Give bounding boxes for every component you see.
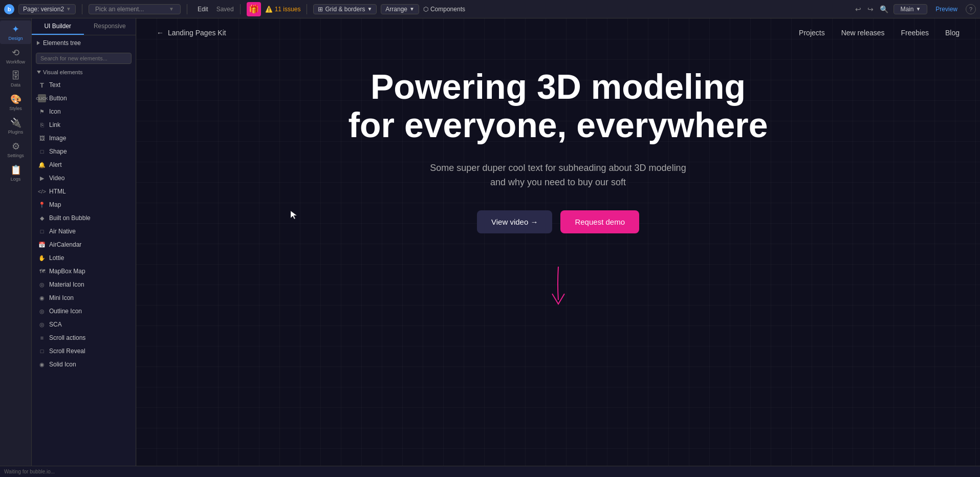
element-item-air-native[interactable]: □Air Native bbox=[32, 225, 136, 238]
element-name-html: HTML bbox=[49, 188, 66, 195]
nav-link-freebies[interactable]: Freebies bbox=[901, 29, 929, 37]
view-video-button[interactable]: View video → bbox=[477, 210, 552, 233]
element-item-html[interactable]: </>HTML bbox=[32, 185, 136, 198]
nav-item-data[interactable]: 🗄 Data bbox=[0, 68, 31, 91]
help-button[interactable]: ? bbox=[966, 4, 976, 14]
arrange-label: Arrange bbox=[385, 6, 407, 13]
components-label: Components bbox=[430, 6, 465, 13]
gift-icon[interactable]: 🎁 bbox=[247, 2, 261, 16]
left-nav: ✦ Design ⟲ Workflow 🗄 Data 🎨 Styles 🔌 Pl… bbox=[0, 18, 32, 477]
pick-element-dropdown[interactable]: Pick an element... ▼ bbox=[89, 4, 181, 14]
element-icon-material-icon: ◎ bbox=[38, 280, 46, 289]
element-name-video: Video bbox=[49, 175, 64, 182]
element-icon-link: ⎘ bbox=[38, 121, 46, 129]
nav-title: Landing Pages Kit bbox=[168, 29, 226, 37]
search-input[interactable] bbox=[36, 53, 132, 64]
nav-item-logs[interactable]: 📋 Logs bbox=[0, 161, 31, 185]
hero-title-line2: for everyone, everywhere bbox=[348, 105, 768, 144]
tab-ui-builder[interactable]: UI Builder bbox=[32, 18, 84, 35]
element-item-sca[interactable]: ◎SCA bbox=[32, 318, 136, 331]
nav-link-blog[interactable]: Blog bbox=[945, 29, 960, 37]
element-name-aircalendar: AirCalendar bbox=[49, 241, 81, 248]
search-button[interactable]: 🔍 bbox=[879, 4, 889, 14]
edit-button[interactable]: Edit bbox=[193, 6, 212, 13]
elements-panel: UI Builder Responsive Elements tree Visu… bbox=[32, 18, 136, 477]
element-icon-lottie: ✋ bbox=[38, 254, 46, 262]
panel-tabs: UI Builder Responsive bbox=[32, 18, 136, 35]
element-item-material-icon[interactable]: ◎Material Icon bbox=[32, 278, 136, 291]
element-item-shape[interactable]: □Shape bbox=[32, 145, 136, 158]
tab-responsive[interactable]: Responsive bbox=[84, 18, 136, 35]
nav-item-plugins[interactable]: 🔌 Plugins bbox=[0, 114, 31, 138]
element-list: TTextCLICKButton⚑Icon⎘Link🖼Image□Shape🔔A… bbox=[32, 78, 136, 371]
separator-2 bbox=[187, 4, 187, 14]
design-icon: ✦ bbox=[12, 24, 19, 35]
undo-button[interactable]: ↩ bbox=[854, 4, 862, 14]
element-item-icon[interactable]: ⚑Icon bbox=[32, 105, 136, 118]
section-expand-icon bbox=[37, 71, 41, 74]
element-item-image[interactable]: 🖼Image bbox=[32, 132, 136, 145]
logs-icon: 📋 bbox=[10, 164, 21, 176]
preview-button[interactable]: Preview bbox=[931, 6, 962, 13]
element-name-solid-icon: Solid Icon bbox=[49, 361, 76, 368]
saved-indicator: Saved bbox=[216, 6, 234, 13]
element-item-video[interactable]: ▶Video bbox=[32, 171, 136, 185]
element-item-outline-icon[interactable]: ◎Outline Icon bbox=[32, 305, 136, 318]
landing-nav: ← Landing Pages Kit Projects New release… bbox=[136, 18, 980, 47]
request-demo-button[interactable]: Request demo bbox=[560, 210, 639, 233]
element-name-lottie: Lottie bbox=[49, 254, 64, 262]
element-item-scroll-reveal[interactable]: □Scroll Reveal bbox=[32, 344, 136, 358]
arrange-button[interactable]: Arrange ▼ bbox=[381, 4, 419, 14]
element-name-scroll-reveal: Scroll Reveal bbox=[49, 348, 85, 355]
element-item-lottie[interactable]: ✋Lottie bbox=[32, 251, 136, 265]
nav-label-data: Data bbox=[11, 82, 20, 88]
hero-subtitle: Some super duper cool text for subheadin… bbox=[430, 161, 686, 190]
status-bar: Waiting for bubble.io... bbox=[0, 466, 980, 477]
chevron-down-icon-5: ▼ bbox=[916, 6, 921, 12]
element-item-button[interactable]: CLICKButton bbox=[32, 92, 136, 105]
nav-link-new-releases[interactable]: New releases bbox=[841, 29, 885, 37]
nav-link-projects[interactable]: Projects bbox=[799, 29, 825, 37]
element-name-built-on-bubble: Built on Bubble bbox=[49, 214, 91, 222]
nav-item-design[interactable]: ✦ Design bbox=[0, 20, 31, 44]
hero-title: Powering 3D modeling for everyone, every… bbox=[348, 68, 768, 144]
element-item-mini-icon[interactable]: ◉Mini Icon bbox=[32, 291, 136, 305]
elements-tree-header[interactable]: Elements tree bbox=[32, 35, 136, 51]
components-button[interactable]: ⬡ Components bbox=[423, 6, 465, 13]
hero-arrow bbox=[543, 264, 574, 315]
element-item-map[interactable]: 📍Map bbox=[32, 198, 136, 211]
element-name-link: Link bbox=[49, 121, 60, 128]
page-selector[interactable]: Page: version2 ▼ bbox=[18, 4, 76, 14]
element-name-text: Text bbox=[49, 81, 60, 89]
element-item-scroll-actions[interactable]: ≡Scroll actions bbox=[32, 331, 136, 344]
grid-borders-button[interactable]: ⊞ Grid & borders ▼ bbox=[313, 4, 377, 14]
grid-borders-label: Grid & borders bbox=[325, 6, 365, 13]
back-arrow-icon: ← bbox=[157, 29, 164, 37]
element-item-aircalendar[interactable]: 📅AirCalendar bbox=[32, 238, 136, 251]
element-item-mapbox-map[interactable]: 🗺MapBox Map bbox=[32, 265, 136, 278]
element-item-text[interactable]: TText bbox=[32, 78, 136, 92]
plugins-icon: 🔌 bbox=[10, 117, 21, 128]
element-item-alert[interactable]: 🔔Alert bbox=[32, 158, 136, 171]
nav-label-settings: Settings bbox=[7, 153, 24, 158]
styles-icon: 🎨 bbox=[10, 94, 21, 105]
nav-item-styles[interactable]: 🎨 Styles bbox=[0, 91, 31, 114]
app-logo: b bbox=[4, 4, 14, 14]
element-name-air-native: Air Native bbox=[49, 228, 76, 235]
panel-resize-handle[interactable] bbox=[978, 18, 980, 477]
element-item-solid-icon[interactable]: ◉Solid Icon bbox=[32, 358, 136, 371]
main-dropdown[interactable]: Main ▼ bbox=[894, 4, 927, 14]
canvas-area[interactable]: ← Landing Pages Kit Projects New release… bbox=[136, 18, 980, 477]
nav-back[interactable]: ← Landing Pages Kit bbox=[157, 29, 226, 37]
nav-item-settings[interactable]: ⚙ Settings bbox=[0, 138, 31, 161]
redo-button[interactable]: ↪ bbox=[866, 4, 875, 14]
grid-icon: ⊞ bbox=[318, 6, 323, 13]
element-item-built-on-bubble[interactable]: ◆Built on Bubble bbox=[32, 211, 136, 225]
nav-item-workflow[interactable]: ⟲ Workflow bbox=[0, 44, 31, 68]
issues-button[interactable]: ⚠️ 11 issues bbox=[265, 6, 301, 13]
visual-elements-section[interactable]: Visual elements bbox=[32, 66, 136, 78]
element-name-outline-icon: Outline Icon bbox=[49, 308, 82, 315]
element-item-link[interactable]: ⎘Link bbox=[32, 118, 136, 132]
nav-label-design: Design bbox=[8, 36, 23, 41]
nav-label-styles: Styles bbox=[9, 106, 22, 111]
